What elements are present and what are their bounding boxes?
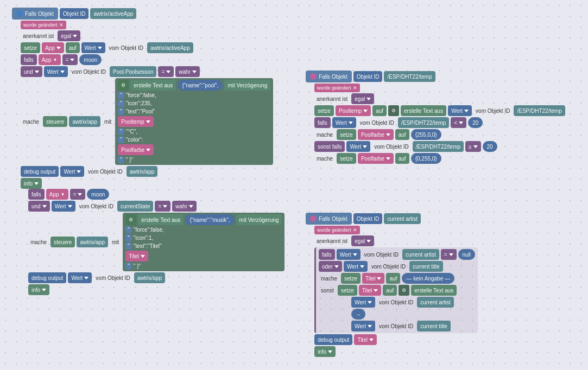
block1-moon[interactable]: moon	[79, 54, 102, 65]
block2-val-255[interactable]: {255,0,0}	[411, 129, 441, 140]
block1-activeapp-val[interactable]: awtrix/activeApp	[147, 42, 193, 53]
block3-erstelle-text[interactable]: erstelle Text aus	[138, 214, 184, 225]
block2-wert[interactable]: Wert	[448, 105, 472, 116]
block2-wert2[interactable]: Wert	[332, 117, 356, 128]
block4-current-title[interactable]: current title	[409, 261, 442, 272]
block2-val-20b[interactable]: 20	[483, 141, 497, 152]
block2-sonst-falls[interactable]: sonst falls	[314, 141, 345, 152]
block1-und[interactable]: und	[21, 66, 42, 77]
block4-kein-angabe[interactable]: — kein Angabe —	[402, 273, 454, 284]
block1-mit-verzogerung[interactable]: mit Verzögerung	[224, 80, 270, 91]
block1-wert2[interactable]: Wert	[44, 66, 68, 77]
block4-current-artist[interactable]: current artist	[402, 249, 439, 260]
block4-wert2[interactable]: Wert	[344, 261, 368, 272]
block3-moon[interactable]: moon	[87, 189, 109, 200]
block2-auf3[interactable]: auf	[395, 153, 409, 164]
block2-poolfarbe-var2[interactable]: Poolfarbe	[358, 153, 394, 164]
block3-und[interactable]: und	[28, 201, 50, 212]
block4-setze[interactable]: setze	[341, 273, 361, 284]
block2-esp-temp3[interactable]: /ESP/DHT22/temp	[413, 141, 464, 152]
block4-objekt-id-label[interactable]: Objekt ID	[353, 213, 383, 224]
block2-pooltemp-var[interactable]: Pooltemp	[336, 105, 371, 116]
block1-objekt-id-value[interactable]: awtrix/activeApp	[90, 8, 136, 19]
block2-esp-temp2[interactable]: /ESP/DHT22/temp	[398, 117, 449, 128]
block3-debug-wert[interactable]: Wert	[68, 272, 92, 283]
block3-debug-app-val[interactable]: awtrix/app	[134, 272, 166, 283]
block3-debug[interactable]: debug output	[28, 272, 66, 283]
block2-poolfarbe-var[interactable]: Poolfarbe	[358, 129, 394, 140]
block1-falls[interactable]: falls	[21, 54, 37, 65]
block3-app-var[interactable]: App ▼	[46, 189, 68, 200]
block3-awtrix-app[interactable]: awtrix/app	[77, 237, 108, 247]
block4-eq[interactable]: =	[441, 249, 457, 260]
block4-oder[interactable]: oder	[319, 261, 342, 272]
block1-steuere[interactable]: steuere	[43, 116, 67, 127]
block1-eq[interactable]: =	[62, 54, 78, 65]
block4-wert4[interactable]: Wert	[351, 321, 375, 331]
block1-debug[interactable]: debug output	[21, 166, 59, 177]
block2-erstelle-text[interactable]: erstelle Text aus	[401, 105, 446, 116]
block4-arrow-symbol[interactable]: →	[351, 309, 365, 320]
block4-falls[interactable]: falls	[319, 249, 335, 260]
block3-falls[interactable]: falls	[28, 189, 45, 200]
block1-setze[interactable]: setze	[21, 42, 40, 53]
block1-pooltemp-var[interactable]: Pooltemp	[118, 116, 153, 127]
block2-auf2[interactable]: auf	[395, 129, 409, 140]
block1-egal[interactable]: egal	[58, 30, 80, 41]
block4-wert3[interactable]: Wert	[351, 297, 375, 308]
block3-mit-verzogerung[interactable]: mit Verzögerung	[236, 214, 282, 225]
block4-debug-titel[interactable]: Titel	[354, 334, 377, 345]
block1-debug-wert[interactable]: Wert	[60, 166, 84, 177]
block3-titel-var[interactable]: Titel	[125, 251, 148, 261]
block1-awtrix-app[interactable]: awtrix/app	[69, 116, 100, 127]
block2-val-20[interactable]: 20	[468, 117, 483, 128]
block4-egal[interactable]: egal	[351, 235, 374, 246]
block1-wert[interactable]: Wert	[81, 42, 105, 53]
block4-create-icon[interactable]: ⚙	[399, 285, 409, 296]
block2-setze2[interactable]: setze	[337, 129, 356, 140]
block2-falls[interactable]: falls	[314, 117, 331, 128]
block3-name-musik[interactable]: {"name":"musik",	[185, 214, 234, 225]
block1-name-pool[interactable]: {"name":"pool",	[178, 80, 223, 91]
block2-gte[interactable]: ≥	[465, 141, 481, 152]
block3-eq[interactable]: =	[70, 189, 86, 200]
block4-erstelle-text[interactable]: erstelle Text aus	[411, 285, 457, 296]
block4-info[interactable]: info	[314, 346, 336, 357]
block2-wert3[interactable]: Wert	[346, 141, 370, 152]
block2-esp-temp[interactable]: /ESP/DHT22/temp	[514, 105, 565, 116]
block3-erstelle-icon[interactable]: ⚙	[125, 214, 136, 225]
block4-current-artist2[interactable]: current artist	[417, 297, 454, 308]
block4-wurde-geandert[interactable]: wurde geändert ✕	[314, 226, 360, 234]
block2-egal[interactable]: egal	[351, 93, 374, 104]
block1-erstelle-text[interactable]: erstelle Text aus	[130, 80, 176, 91]
block4-setze2[interactable]: setze	[338, 285, 357, 296]
block1-header[interactable]: Falls Objekt	[12, 8, 58, 20]
block3-info[interactable]: info	[28, 284, 49, 295]
block3-wert[interactable]: Wert	[52, 201, 75, 212]
block4-wert[interactable]: Wert	[337, 249, 361, 260]
block2-lt[interactable]: <	[451, 117, 466, 128]
block1-wurde-geandert[interactable]: wurde geändert ✕	[21, 21, 66, 29]
block2-auf[interactable]: auf	[372, 105, 387, 116]
block1-erstelle-icon[interactable]: ⚙	[118, 80, 129, 91]
block3-currentstate-val[interactable]: currentState	[117, 201, 153, 212]
block4-auf2[interactable]: auf	[383, 285, 397, 296]
block1-debug-app-val[interactable]: awtrix/app	[127, 166, 158, 177]
block4-null[interactable]: null	[458, 249, 476, 260]
block3-eq2[interactable]: =	[155, 201, 170, 212]
block1-poolfarbe-var[interactable]: Poolfarbe	[118, 144, 154, 155]
block1-app-var2[interactable]: App ▼	[39, 54, 61, 65]
block2-setze3[interactable]: setze	[337, 153, 356, 164]
block4-debug[interactable]: debug output	[314, 334, 352, 345]
block2-header[interactable]: Falls Objekt	[306, 71, 352, 82]
block1-wahr[interactable]: wahr	[175, 66, 200, 77]
block1-objekt-id-label[interactable]: Objekt ID	[60, 8, 89, 19]
block1-app-var[interactable]: App	[42, 42, 64, 53]
block3-steuere[interactable]: steuere	[50, 237, 75, 247]
block4-titel-var[interactable]: Titel	[362, 273, 385, 284]
block3-wahr[interactable]: wahr	[172, 201, 197, 212]
block4-titel-var2[interactable]: Titel	[359, 285, 382, 296]
block2-wurde-geandert[interactable]: wurde geändert ✕	[314, 84, 360, 92]
block4-auf[interactable]: auf	[386, 273, 400, 284]
block2-objekt-id-value[interactable]: /ESP/DHT22/temp	[384, 71, 435, 82]
